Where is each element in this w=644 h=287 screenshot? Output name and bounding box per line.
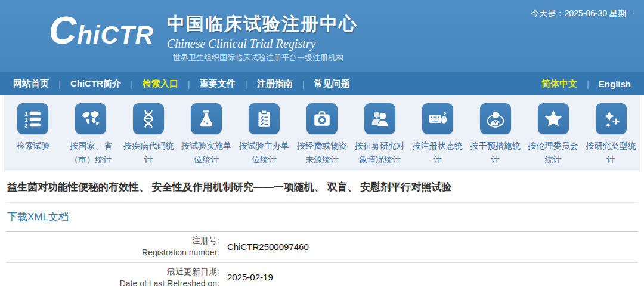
clipboard-icon	[249, 103, 280, 134]
tool-stats-by-country[interactable]: 按国家、省 （市）统计	[62, 103, 120, 166]
chictr-logo: ChiCTR	[49, 10, 154, 56]
tool-stats-by-recruitment-status[interactable]: 按征募研究对 象情况统计	[351, 103, 408, 166]
tool-stats-by-registration-status[interactable]: 按注册状态统 计	[408, 103, 466, 166]
tool-label: 按试验主办单 位统计	[239, 139, 289, 166]
statistics-toolbar: 123 检索试验 按国家、省 （市）统计 按疾病代码统 计 按试验实施单 位统计…	[4, 95, 640, 171]
field-label-en: Registration number:	[6, 246, 219, 258]
tool-stats-by-disease-code[interactable]: 按疾病代码统 计	[120, 103, 178, 166]
svg-text:3: 3	[25, 122, 28, 129]
brand-block[interactable]: ChiCTR 中国临床试验注册中心 Chinese Clinical Trial…	[49, 10, 358, 56]
people-icon	[364, 103, 395, 134]
tool-stats-by-funding-source[interactable]: 按经费或物资 来源统计	[293, 103, 351, 166]
tool-label: 按研究类型统 计	[586, 139, 636, 166]
lang-simplified-chinese[interactable]: 简体中文	[538, 78, 581, 90]
last-refreshed-row: 最近更新日期: Date of Last Refreshed on: 2025-…	[6, 263, 638, 287]
main-content: 益生菌对功能性便秘的有效性、 安全性及作用机制研究——一项随机、 双盲、 安慰剂…	[0, 171, 644, 287]
tool-label: 检索试验	[16, 139, 49, 153]
nav-item-about[interactable]: ChiCTR简介	[67, 78, 125, 90]
tool-label: 按试验实施单 位统计	[181, 139, 231, 166]
site-title-en: Chinese Clinical Trial Registry	[167, 37, 358, 51]
nav-item-home[interactable]: 网站首页	[10, 78, 52, 90]
tool-stats-by-implementing-unit[interactable]: 按试验实施单 位统计	[178, 103, 236, 166]
tool-stats-by-sponsor-unit[interactable]: 按试验主办单 位统计	[236, 103, 293, 166]
doctor-icon	[480, 103, 511, 134]
field-label-zh: 最近更新日期:	[6, 266, 219, 277]
field-label-en: Date of Last Refreshed on:	[6, 277, 219, 287]
tool-label: 按经费或物资 来源统计	[297, 139, 347, 166]
star-icon	[538, 103, 569, 134]
world-map-icon	[75, 103, 106, 134]
xml-download-row: 下载XML文档	[6, 203, 638, 232]
flask-icon	[191, 103, 222, 134]
nav-separator: |	[587, 79, 589, 89]
site-header: ChiCTR 中国临床试验注册中心 Chinese Clinical Trial…	[0, 0, 644, 72]
tool-label: 按注册状态统 计	[413, 139, 463, 166]
numbered-list-icon: 123	[17, 103, 48, 134]
medical-kit-icon	[306, 103, 338, 134]
lang-english[interactable]: English	[595, 79, 634, 89]
tool-search-trials[interactable]: 123 检索试验	[4, 103, 62, 153]
site-title-zh: 中国临床试验注册中心	[167, 12, 358, 36]
nav-item-documents[interactable]: 重要文件	[196, 78, 239, 90]
tool-label: 按干预措施统 计	[470, 139, 521, 166]
tool-label: 按伦理委员会 统计	[528, 139, 578, 166]
trial-title: 益生菌对功能性便秘的有效性、 安全性及作用机制研究——一项随机、 双盲、 安慰剂…	[6, 171, 638, 203]
nav-separator: |	[302, 79, 305, 89]
tool-stats-by-study-type[interactable]: 按研究类型统 计	[582, 103, 640, 166]
main-nav: 网站首页 | ChiCTR简介 | 检索入口 | 重要文件 | 注册指南 | 常…	[0, 72, 644, 95]
tool-stats-by-ethics-committee[interactable]: 按伦理委员会 统计	[524, 103, 582, 166]
registration-number-value: ChiCTR2500097460	[227, 242, 309, 252]
field-label-zh: 注册号:	[6, 234, 219, 246]
tool-label: 按征募研究对 象情况统计	[355, 139, 405, 166]
nav-item-faq[interactable]: 常见问题	[311, 78, 354, 90]
tool-label: 按疾病代码统 计	[123, 139, 174, 166]
keyboard-mouse-icon	[422, 103, 453, 134]
sparkles-icon	[596, 103, 627, 134]
last-refreshed-value: 2025-02-19	[227, 272, 273, 282]
nav-item-search-entry[interactable]: 检索入口	[139, 78, 182, 90]
nav-item-guide[interactable]: 注册指南	[253, 78, 296, 90]
tool-label: 按国家、省 （市）统计	[70, 139, 112, 166]
dna-icon	[133, 103, 164, 134]
nav-separator: |	[245, 79, 247, 89]
tool-stats-by-intervention[interactable]: 按干预措施统 计	[466, 103, 524, 166]
who-registry-subtitle: 世界卫生组织国际临床试验注册平台一级注册机构	[173, 53, 343, 63]
registration-number-row: 注册号: Registration number: ChiCTR25000974…	[6, 232, 638, 263]
download-xml-link[interactable]: 下载XML文档	[7, 211, 69, 223]
nav-separator: |	[131, 79, 133, 89]
nav-separator: |	[58, 79, 61, 89]
today-date: 今天是：2025-06-30 星期一	[531, 8, 634, 19]
nav-separator: |	[188, 79, 190, 89]
